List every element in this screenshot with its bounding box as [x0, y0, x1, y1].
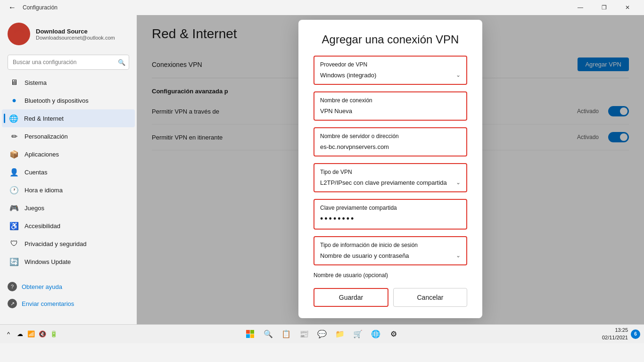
sidebar-item-label: Accesibilidad — [25, 222, 60, 230]
shared-key-label: Clave previamente compartida — [320, 205, 461, 211]
vpn-type-select-wrapper: L2TP/IPsec con clave previamente compart… — [320, 178, 461, 187]
feedback-icon: ↗ — [8, 299, 17, 308]
start-button[interactable] — [243, 327, 258, 342]
settings-window: ← Configuración — ❐ ✕ D — [0, 0, 644, 343]
close-button[interactable]: ✕ — [617, 0, 638, 15]
enviar-comentarios-link[interactable]: ↗ Enviar comentarios — [8, 295, 129, 312]
server-name-input[interactable] — [320, 143, 461, 150]
user-name: Download Source — [36, 28, 129, 35]
content-area: Red & Internet Conexiones VPN Agregar VP… — [137, 15, 644, 324]
sidebar-item-hora[interactable]: 🕐 Hora e idioma — [2, 181, 135, 199]
sidebar-item-red[interactable]: 🌐 Red & Internet — [2, 109, 135, 127]
obtener-ayuda-link[interactable]: ? Obtener ayuda — [8, 278, 129, 295]
personalizacion-icon: ✏ — [9, 132, 19, 141]
taskbar-volume-icon[interactable]: 🔇 — [38, 329, 47, 339]
title-bar: ← Configuración — ❐ ✕ — [0, 0, 644, 15]
sidebar-item-label: Aplicaciones — [25, 151, 59, 158]
username-label: Nombre de usuario (opcional) — [314, 272, 467, 279]
sidebar: Download Source Downloadsourcenet@outloo… — [0, 15, 137, 324]
taskbar-chevron-icon[interactable]: ^ — [4, 329, 13, 339]
sidebar-item-bluetooth[interactable]: ● Bluetooth y dispositivos — [2, 91, 135, 109]
nav-list: 🖥 Sistema ● Bluetooth y dispositivos 🌐 R… — [0, 74, 137, 271]
sidebar-item-aplicaciones[interactable]: 📦 Aplicaciones — [2, 145, 135, 163]
taskbar-date-display: 02/11/2021 — [602, 334, 628, 341]
username-group: Nombre de usuario (opcional) — [314, 272, 467, 279]
signin-type-group: Tipo de información de inicio de sesión … — [314, 236, 467, 265]
vpn-dialog: Agregar una conexión VPN Proveedor de VP… — [298, 20, 482, 318]
vpn-provider-select[interactable]: Windows (integrado) — [320, 72, 461, 79]
sidebar-item-juegos[interactable]: 🎮 Juegos — [2, 199, 135, 217]
taskbar-right: 13:25 02/11/2021 6 — [602, 327, 640, 341]
window-controls: — ❐ ✕ — [570, 0, 638, 15]
accesibilidad-icon: ♿ — [9, 221, 19, 230]
cuentas-icon: 👤 — [9, 167, 19, 177]
server-name-label: Nombre de servidor o dirección — [320, 133, 461, 140]
connection-name-label: Nombre de conexión — [320, 97, 461, 104]
red-icon: 🌐 — [9, 114, 18, 123]
main-content: Download Source Downloadsourcenet@outloo… — [0, 15, 644, 324]
vpn-type-select[interactable]: L2TP/IPsec con clave previamente compart… — [320, 179, 461, 186]
windows-logo — [246, 330, 255, 338]
avatar-logo — [12, 27, 26, 41]
back-icon: ← — [8, 3, 16, 12]
svg-rect-3 — [250, 334, 254, 338]
connection-name-input[interactable] — [320, 107, 461, 115]
cancel-button[interactable]: Cancelar — [393, 288, 467, 307]
sidebar-item-personalizacion[interactable]: ✏ Personalización — [2, 127, 135, 145]
save-button[interactable]: Guardar — [314, 288, 388, 307]
help-icon: ? — [8, 282, 17, 291]
vpn-provider-group: Proveedor de VPN Windows (integrado) ⌄ — [314, 56, 467, 85]
active-bar — [4, 114, 5, 123]
enviar-comentarios-label: Enviar comentarios — [22, 300, 74, 307]
taskbar-cloud-icon[interactable]: ☁ — [15, 329, 25, 339]
sidebar-item-privacidad[interactable]: 🛡 Privacidad y seguridad — [2, 235, 135, 253]
sidebar-item-accesibilidad[interactable]: ♿ Accesibilidad — [2, 217, 135, 235]
help-section: ? Obtener ayuda ↗ Enviar comentarios — [0, 278, 137, 312]
taskbar-explorer-button[interactable]: 📁 — [332, 327, 347, 342]
sidebar-item-windows-update[interactable]: 🔄 Windows Update — [2, 253, 135, 271]
back-button[interactable]: ← — [6, 1, 19, 14]
sidebar-item-label: Bluetooth y dispositivos — [25, 97, 89, 104]
sistema-icon: 🖥 — [9, 78, 19, 87]
taskbar-widgets-button[interactable]: 📰 — [297, 327, 312, 342]
obtener-ayuda-label: Obtener ayuda — [22, 283, 62, 290]
minimize-button[interactable]: — — [570, 0, 591, 15]
aplicaciones-icon: 📦 — [9, 149, 19, 159]
hora-icon: 🕐 — [9, 185, 19, 195]
vpn-type-group: Tipo de VPN L2TP/IPsec con clave previam… — [314, 163, 467, 192]
sidebar-item-label: Hora e idioma — [25, 187, 63, 194]
svg-rect-0 — [246, 330, 250, 334]
taskbar-wifi-icon[interactable]: 📶 — [26, 329, 36, 339]
taskbar-settings-button[interactable]: ⚙ — [386, 327, 401, 342]
sidebar-item-sistema[interactable]: 🖥 Sistema — [2, 74, 135, 91]
taskbar-battery-icon[interactable]: 🔋 — [49, 329, 58, 339]
taskbar-search-button[interactable]: 🔍 — [261, 327, 276, 342]
taskbar-chat-button[interactable]: 💬 — [314, 327, 330, 342]
title-bar-left: ← Configuración — [6, 1, 58, 14]
signin-type-select-wrapper: Nombre de usuario y contraseña ⌄ — [320, 251, 461, 260]
sidebar-item-label: Privacidad y seguridad — [25, 240, 87, 247]
sidebar-item-label: Sistema — [25, 79, 47, 86]
sidebar-item-label: Windows Update — [25, 258, 71, 265]
notification-badge[interactable]: 6 — [631, 329, 640, 339]
vpn-provider-label: Proveedor de VPN — [320, 61, 461, 68]
user-profile[interactable]: Download Source Downloadsourcenet@outloo… — [0, 15, 137, 53]
user-email: Downloadsourcenet@outlook.com — [36, 35, 129, 41]
svg-rect-2 — [246, 334, 250, 338]
taskbar-center: 🔍 📋 📰 💬 📁 🛒 🌐 ⚙ — [243, 327, 401, 342]
vpn-type-label: Tipo de VPN — [320, 169, 461, 175]
taskbar-edge-button[interactable]: 🌐 — [368, 327, 383, 342]
taskbar-taskview-button[interactable]: 📋 — [279, 327, 294, 342]
taskbar-time-display: 13:25 — [602, 327, 628, 334]
sidebar-item-cuentas[interactable]: 👤 Cuentas — [2, 163, 135, 181]
search-input[interactable] — [8, 55, 129, 70]
taskbar-left: ^ ☁ 📶 🔇 🔋 — [4, 329, 58, 339]
taskbar: ^ ☁ 📶 🔇 🔋 🔍 📋 📰 💬 📁 🛒 🌐 — [0, 324, 644, 343]
connection-name-group: Nombre de conexión — [314, 91, 467, 121]
juegos-icon: 🎮 — [9, 203, 19, 213]
dialog-buttons: Guardar Cancelar — [314, 288, 467, 307]
maximize-button[interactable]: ❐ — [593, 0, 615, 15]
taskbar-store-button[interactable]: 🛒 — [350, 327, 365, 342]
signin-type-select[interactable]: Nombre de usuario y contraseña — [320, 252, 461, 259]
shared-key-dots: •••••••• — [320, 214, 461, 224]
